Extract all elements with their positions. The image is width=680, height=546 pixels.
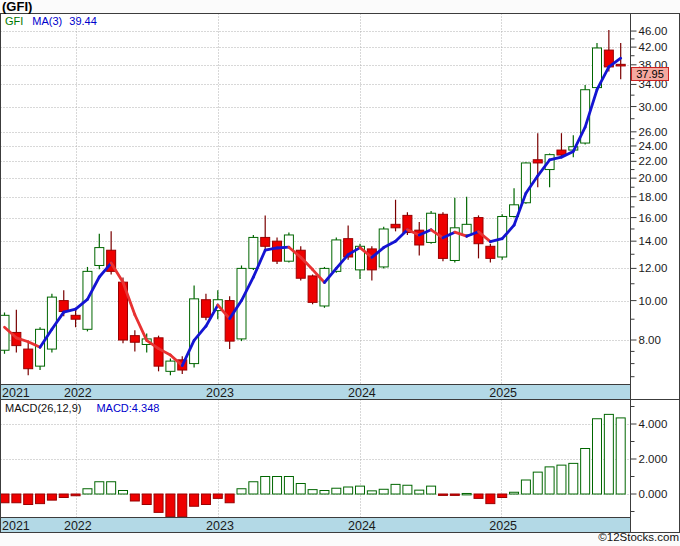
macd-bar [379, 489, 388, 494]
ma-line-segment [277, 247, 289, 248]
year-label: 2023 [206, 519, 234, 533]
y-axis-label: 10.00 [639, 295, 668, 307]
main-plot-bg [1, 14, 631, 385]
macd-axis-label: 0.000 [639, 488, 668, 500]
macd-bar [130, 494, 139, 501]
y-axis-label: 46.00 [639, 25, 668, 37]
year-label: 2021 [2, 519, 30, 533]
macd-bar [557, 465, 566, 494]
y-axis-label: 22.00 [639, 155, 668, 167]
macd-plot-bg [1, 400, 631, 518]
candle-body [71, 315, 80, 319]
macd-bar [427, 486, 436, 494]
macd-bar [438, 494, 447, 495]
macd-bar [356, 486, 365, 494]
macd-bar [498, 494, 507, 498]
candle-body [308, 276, 317, 302]
year-label: 2025 [489, 386, 517, 400]
x-axis-band-main [1, 385, 631, 400]
stock-chart-page: 46.0042.0038.0034.0030.0026.0024.0022.00… [0, 0, 680, 546]
x-axis-band-macd [1, 518, 631, 533]
year-label: 2024 [348, 386, 376, 400]
macd-bar [59, 494, 68, 498]
macd-bar [249, 482, 258, 494]
macd-bar [36, 494, 45, 504]
legend-ma-label: MA(3) [32, 15, 62, 27]
macd-bar [166, 494, 175, 517]
macd-bar [107, 482, 116, 494]
candle-body [367, 249, 376, 270]
legend-ma-value: 39.44 [69, 15, 97, 27]
macd-bar [24, 494, 33, 505]
candle-body [533, 160, 542, 163]
macd-bar [308, 490, 317, 494]
macd-bar [616, 418, 625, 494]
macd-bar [391, 484, 400, 494]
macd-bar [415, 490, 424, 494]
year-label: 2023 [206, 386, 234, 400]
chart-canvas: 46.0042.0038.0034.0030.0026.0024.0022.00… [0, 0, 680, 546]
macd-legend: MACD(26,12,9)MACD:4.348 [5, 402, 159, 414]
candle-body [261, 237, 270, 246]
macd-bar [332, 488, 341, 494]
candle-body [486, 246, 495, 258]
macd-axis-label: 2.000 [639, 453, 668, 465]
candle-body [320, 268, 329, 306]
candle-body [166, 361, 175, 371]
copyright-text: ©12Stocks.com [598, 531, 679, 543]
candle-body [249, 237, 258, 268]
macd-bar [71, 494, 80, 496]
y-axis-label: 24.00 [639, 140, 668, 152]
candle-body [95, 248, 104, 266]
macd-bar [569, 463, 578, 494]
candle-body [427, 213, 436, 242]
macd-bar [213, 494, 222, 498]
macd-bar [47, 494, 56, 500]
year-label: 2024 [348, 519, 376, 533]
candle-body [273, 241, 282, 261]
macd-axis-label: 4.000 [639, 418, 668, 430]
macd-bar [581, 449, 590, 495]
macd-bar [201, 494, 210, 505]
y-axis-label: 18.00 [639, 191, 668, 203]
candle-body [391, 224, 400, 227]
macd-bar [261, 477, 270, 495]
macd-bar [178, 494, 187, 517]
candle-body [0, 315, 9, 350]
year-label: 2025 [489, 519, 517, 533]
macd-bar [142, 494, 151, 505]
candle-body [190, 299, 199, 364]
y-axis-label: 20.00 [639, 172, 668, 184]
macd-bar [593, 419, 602, 494]
candle-body [130, 336, 139, 343]
macd-bar [83, 489, 92, 494]
candle-body [201, 300, 210, 318]
year-label: 2022 [64, 519, 92, 533]
macd-bar [296, 484, 305, 495]
macd-bar [225, 494, 234, 503]
macd-bar [154, 494, 163, 512]
year-label: 2021 [2, 386, 30, 400]
macd-bar [450, 494, 459, 495]
macd-bar [604, 414, 613, 494]
macd-bar [403, 485, 412, 494]
macd-bar [474, 494, 483, 498]
y-axis-label: 14.00 [639, 235, 668, 247]
macd-bar [190, 494, 199, 506]
candle-body [225, 301, 234, 342]
y-axis-label: 8.00 [639, 334, 661, 346]
macd-bar [95, 482, 104, 494]
y-axis-label: 12.00 [639, 262, 668, 274]
macd-legend-name: MACD(26,12,9) [5, 402, 81, 414]
y-axis-label: 26.00 [639, 126, 668, 138]
macd-legend-value: MACD:4.348 [96, 402, 159, 414]
macd-bar [521, 480, 530, 494]
macd-bar [545, 467, 554, 494]
y-axis-label: 16.00 [639, 212, 668, 224]
macd-bar [367, 491, 376, 494]
macd-bar [486, 494, 495, 504]
last-price-badge: 37.95 [631, 67, 669, 81]
y-axis-label: 42.00 [639, 41, 668, 53]
macd-bar [533, 472, 542, 494]
macd-bar [462, 493, 471, 494]
